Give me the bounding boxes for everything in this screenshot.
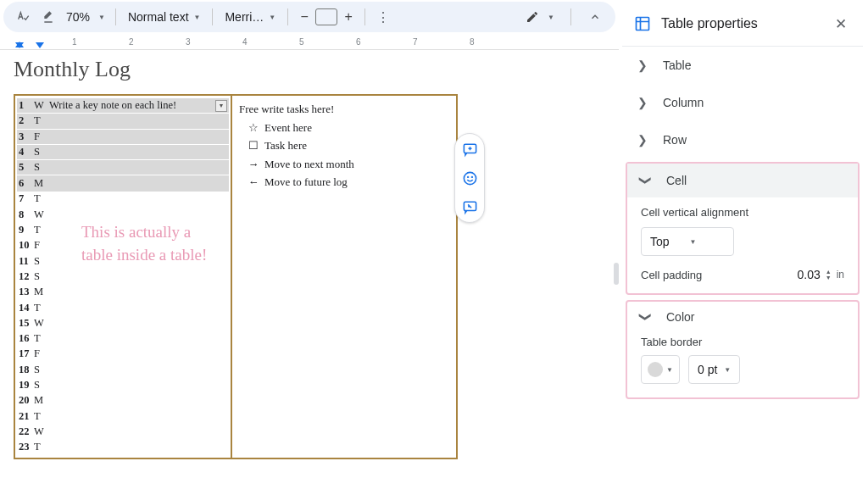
svg-rect-5 [637,18,649,31]
spellcheck-icon[interactable] [12,6,34,28]
table-row[interactable]: 7T [17,192,229,207]
list-item-label: Move to future log [264,174,348,191]
annotation-text: This is actually a table inside a table! [81,221,207,266]
page-title[interactable]: Monthly Log [14,57,488,82]
table-row[interactable]: 2T [17,114,229,129]
list-item[interactable]: →Move to next month [239,156,448,173]
border-width-select[interactable]: 0 pt ▼ [688,355,740,384]
main-table[interactable]: 1WWrite a key note on each line!▼2T3F4S5… [14,94,458,459]
table-row[interactable]: 12S [17,269,229,284]
style-value: Normal text [128,10,189,24]
separator [287,8,288,25]
more-options-icon[interactable]: ⋮ [372,6,394,28]
section-color-header[interactable]: ❯ Color [627,302,858,332]
list-item-label: Task here [264,137,307,154]
table-row[interactable]: 18S [17,362,229,377]
list-item[interactable]: ←Move to future log [239,174,448,191]
free-write-heading[interactable]: Free write tasks here! [239,101,448,118]
font-value: Merri… [225,10,264,24]
caret-down-icon: ▼ [724,366,731,374]
table-row[interactable]: 13M [17,285,229,300]
table-row[interactable]: 23T [17,440,229,455]
section-table[interactable]: ❯ Table [620,47,865,84]
close-panel-button[interactable]: ✕ [831,14,851,34]
suggest-edits-button[interactable] [459,197,480,217]
section-cell-header[interactable]: ❯ Cell [627,164,858,197]
table-row[interactable]: 15W [17,315,229,331]
section-row[interactable]: ❯ Row [620,121,865,158]
ruler-label: 7 [413,37,418,47]
caret-down-icon: ▼ [194,14,201,21]
row-day: T [32,114,47,127]
table-row[interactable]: 14T [17,300,229,315]
add-comment-button[interactable] [459,139,480,159]
panel-title: Table properties [661,16,821,31]
list-item[interactable]: ☆Event here [239,119,448,136]
chevron-down-icon: ❯ [639,175,653,186]
row-day: S [32,146,47,158]
row-number: 18 [17,364,32,376]
document-canvas[interactable]: Monthly Log 1WWrite a key note on each l… [0,48,619,489]
cell-padding-stepper[interactable]: ▲▼ [826,269,832,281]
section-cell-highlight: ❯ Cell Cell vertical alignment Top ▼ Cel… [626,162,860,295]
paragraph-style-select[interactable]: Normal text ▼ [123,10,206,24]
scrollbar-thumb[interactable] [614,263,619,285]
table-left-cell[interactable]: 1WWrite a key note on each line!▼2T3F4S5… [15,96,232,458]
table-row[interactable]: 4S [17,145,229,160]
row-number: 9 [17,224,32,236]
table-row[interactable]: 16T [17,331,229,346]
ruler-label: 4 [242,37,248,47]
indent-marker-bottom[interactable] [15,42,24,47]
table-icon [634,15,651,32]
row-day: F [32,131,47,143]
table-row[interactable]: 17F [17,347,229,362]
row-number: 12 [17,270,32,283]
row-number: 19 [17,379,32,392]
caret-down-icon: ▼ [666,366,673,374]
emoji-reaction-button[interactable] [459,168,480,188]
bullet-icon: ← [248,174,259,191]
ruler-label: 5 [299,37,304,47]
table-row[interactable]: 3F [17,130,229,145]
list-item[interactable]: ☐Task here [239,137,448,154]
paint-format-icon[interactable] [37,6,59,28]
row-number: 4 [17,146,32,158]
font-size-input[interactable] [315,8,337,25]
separator [364,8,365,25]
cell-vertical-alignment-select[interactable]: Top ▼ [641,227,734,256]
table-row[interactable]: 5S [17,160,229,175]
cell-dropdown-icon[interactable]: ▼ [215,100,227,112]
panel-header: Table properties ✕ [620,2,865,46]
section-column[interactable]: ❯ Column [620,84,865,121]
collapse-toolbar-button[interactable] [583,6,607,28]
row-day: F [32,239,47,252]
row-number: 6 [17,177,32,190]
row-day: W [32,208,47,221]
table-row[interactable]: 6M [17,175,229,191]
font-select[interactable]: Merri… ▼ [220,10,281,24]
decrease-font-size-button[interactable]: − [295,8,314,26]
table-row[interactable]: 8W [17,207,229,222]
separator [212,8,213,25]
row-day: T [32,192,47,205]
indent-marker-first-line[interactable] [36,42,44,48]
table-right-cell[interactable]: Free write tasks here! ☆Event here☐Task … [232,96,456,458]
table-row[interactable]: 22W [17,424,229,439]
row-number: 17 [17,347,32,360]
editing-mode-button[interactable]: ▼ [521,6,559,28]
section-color-highlight: ❯ Color Table border ▼ 0 pt ▼ [626,300,860,399]
row-number: 15 [17,317,32,330]
zoom-select[interactable]: 70% ▼ [63,10,108,24]
row-day: M [32,394,47,407]
cell-padding-input[interactable]: 0.03 [792,268,821,281]
table-row[interactable]: 21T [17,408,229,424]
row-day: W [32,317,47,330]
table-row[interactable]: 20M [17,393,229,408]
table-row[interactable]: 1WWrite a key note on each line!▼ [17,98,229,114]
row-note[interactable]: Write a key note on each line!▼ [47,99,229,112]
table-row[interactable]: 19S [17,377,229,392]
ruler-label: 1 [72,37,77,47]
border-color-select[interactable]: ▼ [641,355,680,384]
increase-font-size-button[interactable]: + [339,8,358,26]
row-day: T [32,224,47,236]
